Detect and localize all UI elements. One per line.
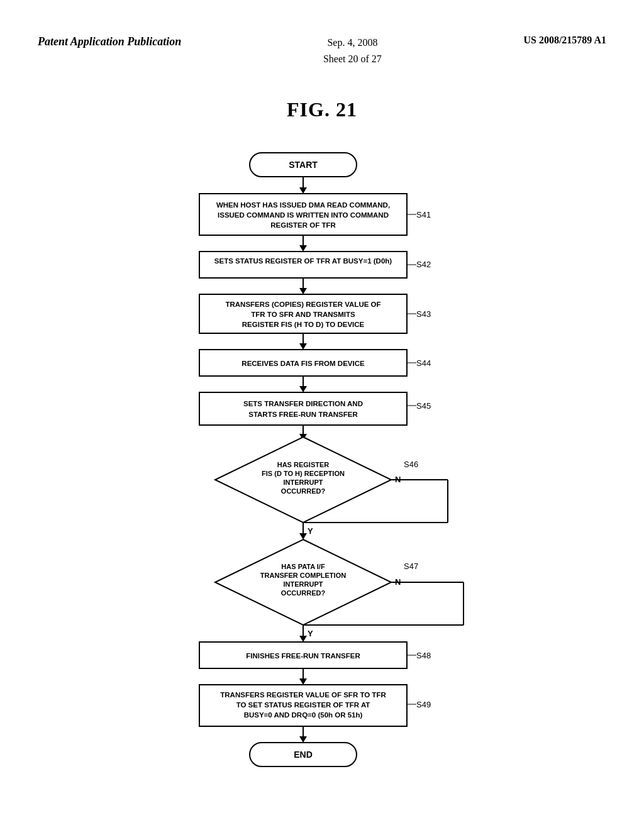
svg-text:INTERRUPT: INTERRUPT: [284, 479, 323, 486]
svg-text:TFR TO SFR AND TRANSMITS: TFR TO SFR AND TRANSMITS: [251, 311, 355, 318]
svg-text:REGISTER FIS (H TO D) TO DEVIC: REGISTER FIS (H TO D) TO DEVICE: [242, 321, 365, 328]
s46-label: S46: [404, 460, 418, 469]
svg-text:TRANSFER COMPLETION: TRANSFER COMPLETION: [260, 572, 346, 579]
svg-text:HAS PATA I/F: HAS PATA I/F: [281, 563, 325, 570]
s43-label: S43: [416, 309, 431, 319]
svg-marker-26: [299, 386, 307, 392]
svg-marker-21: [299, 343, 307, 350]
svg-text:TRANSFERS REGISTER VALUE OF SF: TRANSFERS REGISTER VALUE OF SFR TO TFR: [220, 691, 386, 699]
s45-label: S45: [416, 401, 431, 411]
header-center: Sep. 4, 2008 Sheet 20 of 27: [323, 35, 382, 67]
svg-text:OCCURRED?: OCCURRED?: [281, 487, 326, 495]
s49-label: S49: [416, 700, 431, 709]
svg-text:FIS (D TO H) RECEPTION: FIS (D TO H) RECEPTION: [262, 470, 345, 477]
svg-marker-57: [299, 678, 307, 685]
page: Patent Application Publication Sep. 4, 2…: [0, 0, 644, 830]
s48-label: S48: [416, 651, 431, 660]
start-label: START: [289, 160, 318, 170]
svg-text:REGISTER OF TFR: REGISTER OF TFR: [270, 221, 336, 229]
svg-marker-2: [299, 187, 307, 194]
svg-text:BUSY=0 AND DRQ=0 (50h OR 51h): BUSY=0 AND DRQ=0 (50h OR 51h): [244, 711, 363, 719]
end-label: END: [294, 750, 313, 760]
svg-rect-27: [199, 392, 407, 425]
s42-label: S42: [416, 260, 431, 269]
publication-title: Patent Application Publication: [38, 35, 181, 49]
svg-marker-14: [299, 288, 307, 294]
s47-y-label: Y: [308, 629, 313, 638]
publication-date: Sep. 4, 2008: [323, 35, 382, 51]
svg-text:FINISHES FREE-RUN TRANSFER: FINISHES FREE-RUN TRANSFER: [246, 652, 360, 660]
svg-text:RECEIVES DATA FIS FROM DEVICE: RECEIVES DATA FIS FROM DEVICE: [242, 360, 365, 367]
svg-text:INTERRUPT: INTERRUPT: [284, 580, 323, 588]
svg-text:ISSUED COMMAND IS WRITTEN INTO: ISSUED COMMAND IS WRITTEN INTO COMMAND: [218, 211, 389, 219]
s44-label: S44: [416, 358, 431, 368]
svg-text:TO SET STATUS REGISTER OF TFR : TO SET STATUS REGISTER OF TFR AT: [236, 701, 370, 709]
figure-title: FIG. 21: [0, 98, 644, 121]
s47-label: S47: [404, 562, 418, 571]
svg-marker-42: [299, 533, 307, 540]
svg-text:STARTS FREE-RUN TRANSFER: STARTS FREE-RUN TRANSFER: [248, 411, 358, 418]
s46-y-label: Y: [308, 526, 313, 536]
svg-marker-64: [299, 736, 307, 743]
patent-number: US 2008/215789 A1: [523, 35, 606, 46]
svg-text:HAS REGISTER: HAS REGISTER: [277, 461, 330, 468]
svg-marker-9: [299, 245, 307, 252]
svg-text:TRANSFERS (COPIES) REGISTER VA: TRANSFERS (COPIES) REGISTER VALUE OF: [225, 301, 380, 308]
s41-label: S41: [416, 210, 431, 219]
svg-text:WHEN HOST HAS ISSUED DMA READ : WHEN HOST HAS ISSUED DMA READ COMMAND,: [216, 201, 390, 209]
header: Patent Application Publication Sep. 4, 2…: [0, 0, 644, 79]
svg-marker-52: [299, 636, 307, 642]
svg-text:SETS TRANSFER DIRECTION AND: SETS TRANSFER DIRECTION AND: [243, 400, 363, 407]
sheet-info: Sheet 20 of 27: [323, 51, 382, 67]
svg-text:OCCURRED?: OCCURRED?: [281, 589, 326, 597]
flowchart: START WHEN HOST HAS ISSUED DMA READ COMM…: [102, 147, 542, 788]
svg-text:SETS STATUS REGISTER OF TFR AT: SETS STATUS REGISTER OF TFR AT BUSY=1 (D…: [214, 257, 392, 265]
svg-rect-10: [199, 252, 407, 278]
